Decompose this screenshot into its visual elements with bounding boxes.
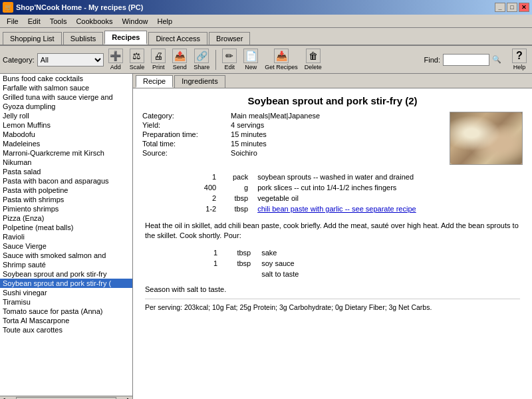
tab-recipes[interactable]: Recipes	[104, 31, 147, 45]
recipe-item[interactable]: Pasta salad	[0, 167, 132, 176]
delete-icon: 🗑	[306, 49, 321, 63]
recipe-item[interactable]: Jelly roll	[0, 111, 132, 120]
tab-direct-access[interactable]: Direct Access	[148, 32, 207, 45]
recipe-image	[450, 112, 523, 165]
edit-button[interactable]: ✏ Edit	[220, 48, 239, 71]
amount-4: 1-2	[180, 203, 220, 214]
recipe-item[interactable]: Sauce Vierge	[0, 241, 132, 251]
toolbar: Category: All ➕ Add ⚖ Scale 🖨 Print 📤 Se…	[0, 46, 532, 74]
menu-edit[interactable]: Edit	[24, 16, 45, 27]
get-recipes-button[interactable]: 📥 Get Recipes	[263, 48, 300, 71]
recipe-item[interactable]: Lemon Muffins	[0, 120, 132, 130]
recipe-item[interactable]: Pasta with shrimps	[0, 195, 132, 204]
category-label: Category:	[3, 56, 35, 64]
recipe-item[interactable]: Tiramisu	[0, 297, 132, 307]
menu-tools[interactable]: Tools	[46, 16, 71, 27]
recipe-item[interactable]: Madeleines	[0, 139, 132, 148]
ingredient-row-3: 2 tbsp vegetable oil	[180, 193, 485, 203]
ingredient-2: pork slices -- cut into 1/4-1/2 inches f…	[253, 182, 485, 193]
recipe-detail-panel: Recipe Ingredients Soybean sprout and po…	[133, 74, 532, 399]
window-controls[interactable]: _ □ ✕	[495, 3, 529, 12]
category-row: Category: Main meals|Meat|Japanese	[142, 112, 443, 120]
recipe-item[interactable]: Soybean sprout and pork stir-fry	[0, 269, 132, 279]
ingredient-1: soybean sprouts -- washed in water and d…	[253, 172, 485, 182]
unit-1: pack	[220, 172, 253, 182]
recipe-item[interactable]: Tomato sauce for pasta (Anna)	[0, 307, 132, 316]
menu-cookbooks[interactable]: Cookbooks	[72, 16, 116, 27]
source-value: Soichiro	[231, 149, 257, 157]
recipe-item[interactable]: Marroni-Quarkcreme mit Kirsch	[0, 148, 132, 158]
find-input[interactable]	[443, 54, 489, 66]
find-icon[interactable]: 🔍	[492, 55, 501, 64]
chili-paste-link[interactable]: chili bean paste with garlic -- see sepa…	[257, 205, 416, 213]
tab-shopping-list[interactable]: Shopping List	[3, 32, 62, 45]
recipe-title: Soybean sprout and pork stir-fry (2)	[142, 95, 523, 106]
recipe-item[interactable]: Pasta with bacon and asparagus	[0, 176, 132, 186]
tab-browser[interactable]: Browser	[209, 32, 250, 45]
total-label: Total time:	[142, 140, 229, 148]
tab-ingredients[interactable]: Ingredients	[174, 75, 225, 88]
menu-window[interactable]: Window	[118, 16, 152, 27]
recipe-item[interactable]: Pimiento shrimps	[0, 204, 132, 213]
recipe-item[interactable]: Polpetine (meat balls)	[0, 223, 132, 232]
recipe-item[interactable]: Toute aux carottes	[0, 325, 132, 334]
recipe-item[interactable]: Pasta with polpetine	[0, 186, 132, 195]
scale-button[interactable]: ⚖ Scale	[128, 48, 147, 71]
edit-icon: ✏	[222, 49, 237, 63]
ingredients-table: 1 pack soybean sprouts -- washed in wate…	[180, 172, 485, 214]
recipe-list-panel: Buns food cake cocktailsFarfalle with sa…	[0, 74, 133, 399]
tab-sublists[interactable]: Sublists	[63, 32, 104, 45]
menu-file[interactable]: File	[3, 16, 23, 27]
recipe-item[interactable]: Farfalle with salmon sauce	[0, 83, 132, 92]
share-button[interactable]: 🔗 Share	[192, 48, 211, 71]
share-icon: 🔗	[194, 49, 209, 63]
recipe-item[interactable]: Mabodofu	[0, 130, 132, 139]
minimize-button[interactable]: _	[495, 3, 505, 12]
send-button[interactable]: 📤 Send	[170, 48, 189, 71]
help-button[interactable]: ? Help	[509, 48, 529, 71]
category-select[interactable]: All	[37, 53, 104, 66]
recipe-item[interactable]: Soybean sprout and pork stir-fry (	[0, 279, 132, 288]
close-button[interactable]: ✕	[519, 3, 529, 12]
delete-button[interactable]: 🗑 Delete	[303, 48, 324, 71]
recipe-item[interactable]: Shrimp sauté	[0, 260, 132, 269]
after-ingredient-1: 1 tbsp sake	[182, 248, 483, 257]
unit-4: tbsp	[220, 203, 253, 214]
season-note: Season with salt to taste.	[145, 285, 520, 293]
yield-value: 4 servings	[231, 121, 264, 129]
ingredient-3: vegetable oil	[253, 193, 485, 203]
per-serving: Per serving: 203kcal; 10g Fat; 25g Prote…	[145, 299, 520, 311]
source-row: Source: Soichiro	[142, 149, 443, 157]
app-icon: 🛒	[3, 2, 13, 13]
print-button[interactable]: 🖨 Print	[149, 48, 168, 71]
recipe-item[interactable]: Torta Al Mascarpone	[0, 316, 132, 325]
new-button[interactable]: 📄 New	[241, 48, 260, 71]
prep-value: 15 minutes	[231, 130, 267, 138]
recipe-item[interactable]: Buns food cake cocktails	[0, 74, 132, 83]
maximize-button[interactable]: □	[507, 3, 517, 12]
add-icon: ➕	[108, 49, 123, 63]
title-bar: 🛒 Shop'NCook Home - My recipes (PC) _ □ …	[0, 0, 532, 15]
ingredient-row-1: 1 pack soybean sprouts -- washed in wate…	[180, 172, 485, 182]
new-icon: 📄	[243, 49, 258, 63]
recipe-item[interactable]: Sushi vinegar	[0, 288, 132, 297]
ingredient-row-2: 400 g pork slices -- cut into 1/4-1/2 in…	[180, 182, 485, 193]
yield-row: Yield: 4 servings	[142, 121, 443, 129]
recipe-item[interactable]: Nikuman	[0, 158, 132, 167]
add-button[interactable]: ➕ Add	[106, 48, 125, 71]
find-group: Find: 🔍	[424, 54, 501, 66]
recipe-item[interactable]: Gyoza dumpling	[0, 102, 132, 111]
recipe-item[interactable]: Grilled tuna with sauce vierge and	[0, 92, 132, 102]
tab-recipe[interactable]: Recipe	[136, 75, 173, 88]
category-meta-value: Main meals|Meat|Japanese	[231, 112, 320, 120]
instructions: Heat the oil in skillet, add chili bean …	[145, 221, 520, 241]
scroll-track[interactable]	[16, 397, 116, 400]
find-label: Find:	[424, 56, 440, 64]
horizontal-scrollbar[interactable]: ◀ ▶	[0, 396, 132, 399]
recipe-list: Buns food cake cocktailsFarfalle with sa…	[0, 74, 132, 396]
menu-help[interactable]: Help	[154, 16, 177, 27]
main-tab-bar: Shopping List Sublists Recipes Direct Ac…	[0, 28, 532, 46]
recipe-item[interactable]: Ravioli	[0, 232, 132, 241]
recipe-item[interactable]: Pizza (Enza)	[0, 213, 132, 223]
recipe-item[interactable]: Sauce with smoked salmon and	[0, 251, 132, 260]
